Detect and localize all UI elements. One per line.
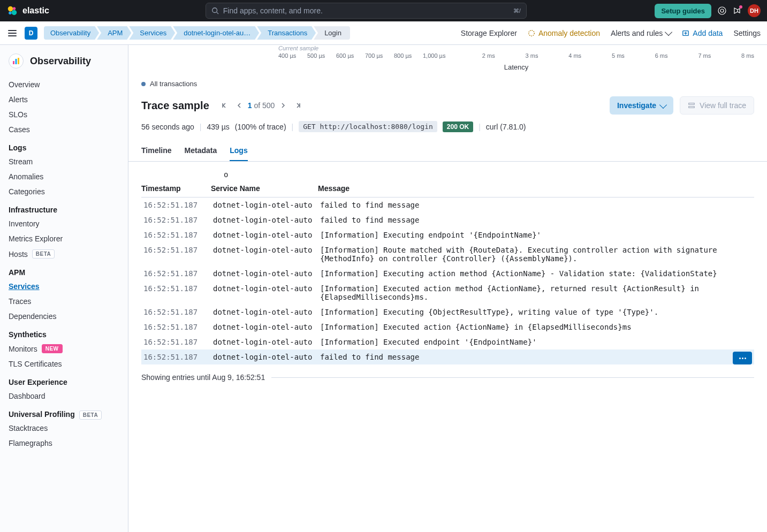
sidebar-section: APM <box>0 262 128 279</box>
trace-client: curl (7.81.0) <box>486 123 526 131</box>
trace-pager: 1 of 500 <box>218 99 305 112</box>
sidebar-item[interactable]: Traces <box>0 294 128 309</box>
col-timestamp[interactable]: Timestamp <box>141 184 211 193</box>
svg-point-8 <box>529 30 535 36</box>
brand-text: elastic <box>22 6 49 16</box>
log-row[interactable]: 16:52:51.187dotnet-login-otel-auto[Infor… <box>141 227 754 242</box>
add-data-icon <box>682 29 689 37</box>
pager-prev-icon[interactable] <box>233 99 246 112</box>
log-row[interactable]: 16:52:51.187dotnet-login-otel-auto[Infor… <box>141 320 754 335</box>
observability-icon <box>9 54 24 69</box>
alerts-rules-link[interactable]: Alerts and rules <box>611 29 671 37</box>
breadcrumb-item[interactable]: Login <box>314 26 350 40</box>
pager-next-icon[interactable] <box>277 99 290 112</box>
log-row[interactable]: 16:52:51.187dotnet-login-otel-auto[Infor… <box>141 281 754 305</box>
trace-sample-title: Trace sample <box>141 100 209 112</box>
chart-x-ticks: 400 µs500 µs600 µs700 µs800 µs1,000 µs2 … <box>278 52 754 59</box>
sub-header: D ObservabilityAPMServicesdotnet-login-o… <box>0 21 767 45</box>
view-full-trace-button[interactable]: View full trace <box>680 96 754 115</box>
help-icon[interactable] <box>718 6 726 15</box>
svg-rect-13 <box>16 59 17 64</box>
log-row[interactable]: 16:52:51.187dotnet-login-otel-auto[Infor… <box>141 335 754 349</box>
sidebar-item[interactable]: Anomalies <box>0 169 128 184</box>
search-kbd: ⌘/ <box>513 7 521 14</box>
global-search[interactable]: Find apps, content, and more. ⌘/ <box>206 3 527 19</box>
sidebar: Observability OverviewAlertsSLOsCasesLog… <box>0 45 128 532</box>
log-row[interactable]: 16:52:51.187dotnet-login-otel-auto[Infor… <box>141 266 754 281</box>
news-icon[interactable] <box>733 6 741 15</box>
sidebar-section: Logs <box>0 137 128 154</box>
elastic-brand[interactable]: elastic <box>6 5 49 17</box>
breadcrumb-item[interactable]: Observability <box>44 26 99 40</box>
svg-point-3 <box>9 11 12 14</box>
sidebar-item[interactable]: HostsBETA <box>0 246 128 262</box>
svg-point-4 <box>212 8 217 13</box>
pager-text: 1 of 500 <box>248 101 275 110</box>
sidebar-item[interactable]: Cases <box>0 122 128 137</box>
sidebar-item[interactable]: Categories <box>0 184 128 199</box>
chart-legend[interactable]: All transactions <box>141 80 767 88</box>
sidebar-item[interactable]: SLOs <box>0 107 128 122</box>
log-row[interactable]: 16:52:51.187dotnet-login-otel-autofailed… <box>141 197 754 212</box>
breadcrumb-item[interactable]: Services <box>129 26 175 40</box>
svg-rect-14 <box>18 58 19 64</box>
sidebar-item[interactable]: Inventory <box>0 216 128 231</box>
tab-metadata[interactable]: Metadata <box>185 141 217 161</box>
investigate-button[interactable]: Investigate <box>610 96 673 115</box>
sidebar-item[interactable]: Dependencies <box>0 309 128 324</box>
setup-guides-button[interactable]: Setup guides <box>655 4 711 18</box>
breadcrumb: ObservabilityAPMServicesdotnet-login-ote… <box>44 26 348 40</box>
log-row-fragment: o <box>141 170 754 180</box>
log-row[interactable]: 16:52:51.187dotnet-login-otel-autofailed… <box>141 212 754 227</box>
trace-http-badge: GET http://localhost:8080/login <box>299 121 437 132</box>
add-data-link[interactable]: Add data <box>682 29 723 37</box>
storage-explorer-link[interactable]: Storage Explorer <box>461 29 517 37</box>
sidebar-item[interactable]: Flamegraphs <box>0 436 128 451</box>
svg-point-6 <box>718 7 726 14</box>
nav-toggle-icon[interactable] <box>6 27 18 39</box>
sidebar-item[interactable]: Overview <box>0 77 128 92</box>
row-actions-button[interactable] <box>733 352 752 364</box>
elastic-logo-icon <box>6 5 18 17</box>
sidebar-item[interactable]: Services <box>0 279 128 294</box>
space-selector[interactable]: D <box>25 27 37 40</box>
sidebar-item[interactable]: Alerts <box>0 92 128 107</box>
col-message[interactable]: Message <box>318 184 350 193</box>
sidebar-item[interactable]: Stacktraces <box>0 421 128 436</box>
chart-sample-label: Current sample <box>278 45 754 51</box>
sidebar-item[interactable]: Dashboard <box>0 389 128 404</box>
breadcrumb-item[interactable]: Transactions <box>257 26 316 40</box>
latency-chart: Current sample 400 µs500 µs600 µs700 µs8… <box>128 45 767 71</box>
log-row[interactable]: 16:52:51.187dotnet-login-otel-autofailed… <box>141 349 754 364</box>
svg-rect-17 <box>689 103 695 105</box>
log-row[interactable]: 16:52:51.187dotnet-login-otel-auto[Infor… <box>141 242 754 266</box>
trace-meta-row: 56 seconds ago | 439 µs (100% of trace) … <box>128 119 767 141</box>
sidebar-section: User Experience <box>0 371 128 389</box>
tab-timeline[interactable]: Timeline <box>141 141 172 161</box>
breadcrumb-item[interactable]: dotnet-login-otel-au… <box>173 26 259 40</box>
sidebar-item[interactable]: Metrics Explorer <box>0 231 128 246</box>
sidebar-item[interactable]: Stream <box>0 154 128 169</box>
legend-dot-icon <box>141 82 146 86</box>
search-placeholder: Find apps, content, and more. <box>223 6 323 15</box>
trace-duration-pct: (100% of trace) <box>235 123 286 131</box>
tab-logs[interactable]: Logs <box>230 141 247 161</box>
settings-link[interactable]: Settings <box>733 29 761 37</box>
sidebar-section: Synthetics <box>0 324 128 341</box>
col-service[interactable]: Service Name <box>211 184 318 193</box>
log-row[interactable]: 16:52:51.187dotnet-login-otel-auto[Infor… <box>141 305 754 320</box>
pager-first-icon[interactable] <box>218 99 231 112</box>
pager-last-icon[interactable] <box>292 99 305 112</box>
svg-point-7 <box>720 9 724 12</box>
breadcrumb-item[interactable]: APM <box>97 26 131 40</box>
sidebar-item[interactable]: MonitorsNEW <box>0 341 128 356</box>
svg-point-0 <box>8 6 13 12</box>
svg-point-2 <box>13 7 16 10</box>
trace-duration: 439 µs <box>207 123 230 131</box>
sidebar-item[interactable]: TLS Certificates <box>0 356 128 371</box>
user-avatar[interactable]: DH <box>748 4 761 17</box>
trace-tabs: TimelineMetadataLogs <box>128 141 767 162</box>
anomaly-detection-link[interactable]: Anomaly detection <box>528 29 600 37</box>
anomaly-icon <box>528 29 535 37</box>
svg-line-5 <box>216 12 218 14</box>
